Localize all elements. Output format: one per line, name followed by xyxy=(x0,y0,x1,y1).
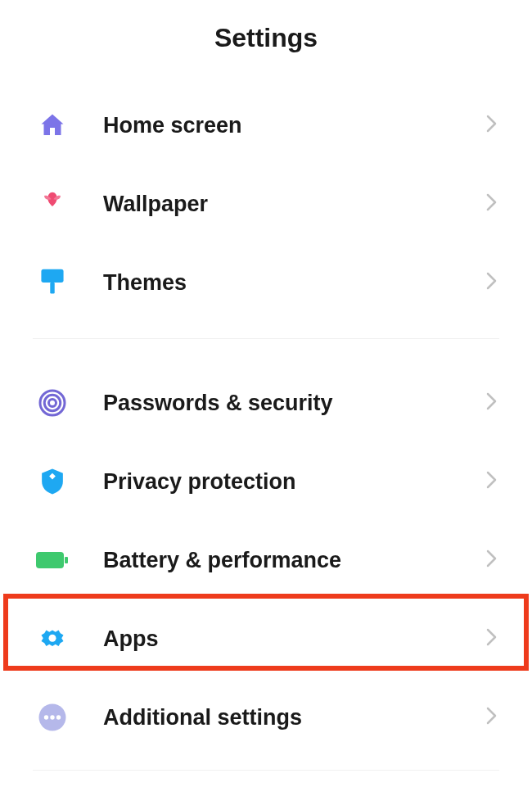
chevron-right-icon xyxy=(486,114,499,137)
home-icon xyxy=(36,109,69,142)
gear-icon xyxy=(36,622,69,655)
fingerprint-icon xyxy=(36,387,69,419)
list-item-apps[interactable]: Apps xyxy=(0,599,532,678)
list-item-label: Themes xyxy=(103,270,486,296)
list-item-label: Home screen xyxy=(103,113,486,138)
shield-icon xyxy=(36,465,69,498)
list-item-label: Privacy protection xyxy=(103,469,486,495)
list-item-privacy-protection[interactable]: Privacy protection xyxy=(0,442,532,521)
svg-rect-1 xyxy=(50,283,54,294)
list-item-themes[interactable]: Themes xyxy=(0,243,532,322)
divider xyxy=(33,770,499,771)
svg-point-7 xyxy=(49,635,56,642)
svg-point-4 xyxy=(49,400,56,407)
svg-point-11 xyxy=(56,715,61,719)
battery-icon xyxy=(36,544,69,577)
list-item-label: Battery & performance xyxy=(103,548,486,573)
chevron-right-icon xyxy=(486,706,499,729)
settings-list: Home screen Wallpaper Themes Passwords &… xyxy=(0,86,532,795)
list-item-wallpaper[interactable]: Wallpaper xyxy=(0,165,532,243)
divider xyxy=(33,338,499,339)
svg-rect-6 xyxy=(65,557,68,563)
list-item-home-screen[interactable]: Home screen xyxy=(0,86,532,165)
svg-rect-5 xyxy=(36,552,64,568)
svg-point-9 xyxy=(44,715,48,719)
list-item-passwords-security[interactable]: Passwords & security xyxy=(0,364,532,442)
list-item-label: Wallpaper xyxy=(103,192,486,217)
chevron-right-icon xyxy=(486,271,499,294)
list-item-additional-settings[interactable]: Additional settings xyxy=(0,678,532,757)
chevron-right-icon xyxy=(486,391,499,414)
chevron-right-icon xyxy=(486,549,499,572)
list-item-label: Additional settings xyxy=(103,705,486,730)
chevron-right-icon xyxy=(486,192,499,215)
flower-icon xyxy=(36,188,69,220)
chevron-right-icon xyxy=(486,627,499,650)
svg-point-3 xyxy=(44,395,61,411)
brush-icon xyxy=(36,266,69,299)
svg-rect-0 xyxy=(41,269,63,283)
list-item-label: Passwords & security xyxy=(103,391,486,416)
list-item-label: Apps xyxy=(103,626,486,652)
svg-point-10 xyxy=(50,715,54,719)
list-item-battery-performance[interactable]: Battery & performance xyxy=(0,521,532,599)
page-title: Settings xyxy=(0,23,532,53)
chevron-right-icon xyxy=(486,470,499,493)
header: Settings xyxy=(0,0,532,86)
ellipsis-icon xyxy=(36,701,69,734)
